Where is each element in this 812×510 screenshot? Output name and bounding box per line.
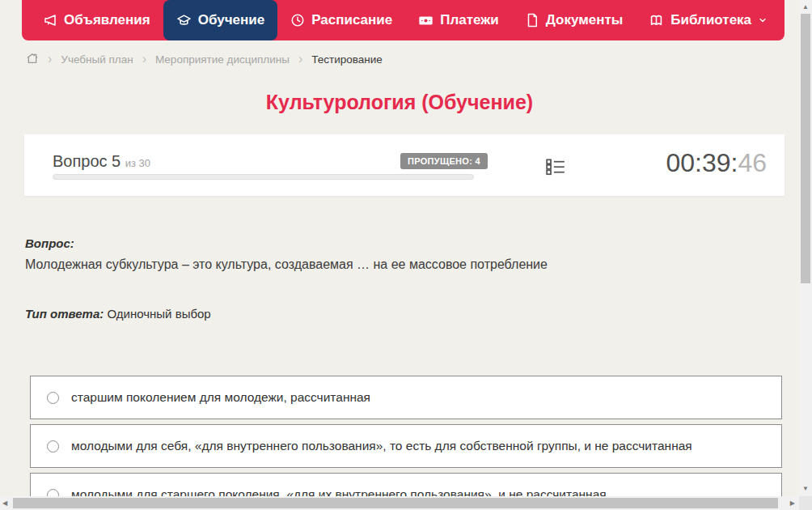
money-icon: [418, 13, 433, 28]
scroll-left-icon[interactable]: ◀: [2, 500, 7, 507]
question-header-card: Вопрос 5 из 30 ПРОПУЩЕНО: 4 00:39:46: [24, 134, 785, 196]
skipped-badge: ПРОПУЩЕНО: 4: [400, 153, 488, 169]
nav-item-label: Платежи: [440, 12, 499, 28]
chevron-down-icon: [758, 15, 768, 25]
main-navbar: Объявления Обучение Расписание: [22, 0, 785, 40]
countdown-timer: 00:39:46: [666, 148, 767, 178]
megaphone-icon: [43, 13, 57, 28]
nav-item-library[interactable]: Библиотека: [636, 0, 780, 40]
page-title: Культурология (Обучение): [0, 91, 799, 114]
question-label: Вопрос:: [25, 236, 74, 250]
graduation-cap-icon: [176, 13, 192, 28]
timer-main: 00:39:: [666, 148, 738, 177]
app-screen: Объявления Обучение Расписание: [0, 0, 812, 510]
nav-item-learning[interactable]: Обучение: [163, 0, 277, 40]
vertical-scrollbar[interactable]: ▲ ▼: [799, 0, 812, 496]
home-link[interactable]: [26, 52, 39, 67]
breadcrumb-curriculum[interactable]: Учебный план: [61, 53, 133, 66]
radio-button[interactable]: [47, 440, 59, 453]
answer-type-value: Одиночный выбор: [107, 307, 210, 321]
clock-icon: [290, 13, 305, 28]
nav-item-documents[interactable]: Документы: [512, 0, 636, 40]
answer-type-label: Тип ответа:: [25, 307, 104, 321]
home-icon: [26, 52, 39, 67]
breadcrumb-separator: ›: [48, 53, 52, 66]
breadcrumb-discipline-event[interactable]: Мероприятие дисциплины: [155, 53, 290, 66]
timer-seconds: 46: [738, 148, 767, 177]
breadcrumb: › Учебный план › Мероприятие дисциплины …: [26, 49, 383, 69]
answer-option-1[interactable]: старшим поколением для молодежи, рассчит…: [30, 376, 782, 419]
breadcrumb-separator: ›: [142, 53, 146, 66]
question-number-label: Вопрос 5: [53, 152, 121, 170]
nav-item-label: Расписание: [311, 12, 392, 28]
scroll-up-icon[interactable]: ▲: [802, 4, 809, 11]
answer-option-text: старшим поколением для молодежи, рассчит…: [71, 390, 370, 405]
horizontal-scroll-thumb[interactable]: [13, 498, 778, 508]
nav-item-announcements[interactable]: Объявления: [30, 0, 163, 40]
nav-item-label: Документы: [546, 12, 624, 28]
scroll-right-icon[interactable]: ▶: [790, 500, 795, 507]
breadcrumb-current: Тестирование: [311, 53, 383, 66]
scroll-down-icon[interactable]: ▼: [802, 486, 809, 492]
horizontal-scrollbar[interactable]: ◀ ▶: [0, 496, 799, 510]
breadcrumb-separator: ›: [298, 53, 302, 66]
question-list-button[interactable]: [545, 156, 566, 181]
progress-bar: [53, 174, 474, 180]
book-icon: [649, 13, 664, 28]
question-total-label: из 30: [125, 157, 150, 169]
nav-item-label: Объявления: [64, 12, 150, 28]
answer-option-2[interactable]: молодыми для себя, «для внутреннего поль…: [30, 424, 782, 468]
document-icon: [525, 13, 539, 28]
radio-button[interactable]: [47, 392, 59, 404]
question-number: Вопрос 5 из 30: [53, 152, 150, 171]
vertical-scroll-thumb[interactable]: [801, 14, 810, 283]
answer-option-text: молодыми для себя, «для внутреннего поль…: [71, 439, 692, 453]
scrollbar-corner: [799, 496, 812, 510]
nav-item-label: Обучение: [198, 12, 264, 28]
question-text: Молодежная субкультура – это культура, с…: [25, 257, 753, 272]
nav-item-payments[interactable]: Платежи: [405, 0, 512, 40]
nav-item-label: Библиотека: [670, 12, 751, 28]
answer-type-row: Тип ответа: Одиночный выбор: [25, 307, 211, 321]
question-list-icon: [545, 166, 566, 180]
nav-item-schedule[interactable]: Расписание: [277, 0, 405, 40]
